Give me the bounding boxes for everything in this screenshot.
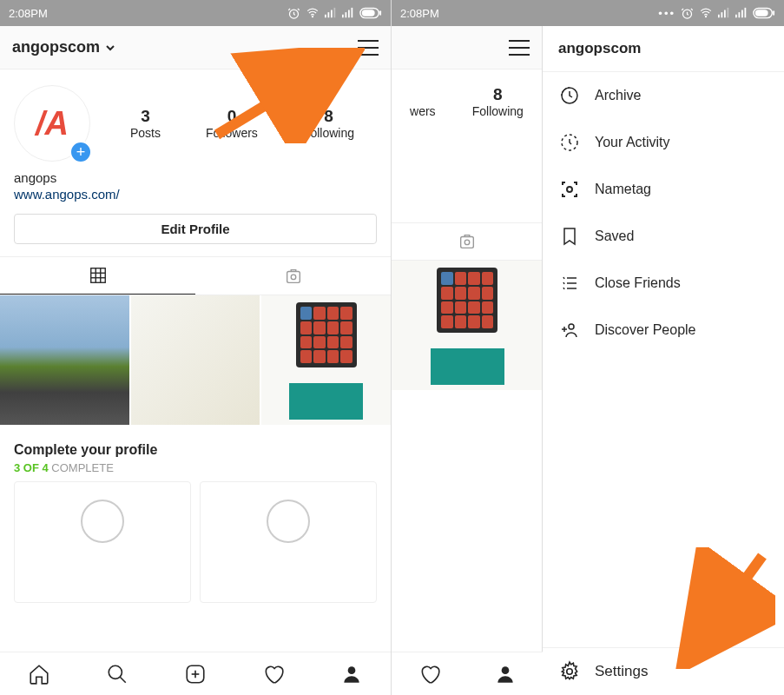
menu-item-close-friends[interactable]: Close Friends (543, 260, 784, 307)
svg-rect-2 (325, 15, 326, 18)
following-stat[interactable]: 8 Following (472, 85, 524, 118)
svg-rect-36 (745, 8, 747, 17)
heart-icon[interactable] (262, 663, 285, 685)
tagged-tab[interactable] (392, 223, 542, 260)
svg-rect-13 (90, 268, 105, 283)
tagged-icon (458, 232, 477, 251)
header-username[interactable]: angopscom (12, 38, 100, 56)
svg-point-41 (464, 240, 470, 245)
svg-rect-40 (460, 237, 473, 248)
menu-username: angopscom (543, 26, 784, 72)
menu-screen: 2:08PM ••• wers 8 Following (392, 0, 784, 695)
profile-icon[interactable] (340, 663, 363, 685)
svg-point-46 (569, 324, 574, 329)
wifi-icon (699, 7, 713, 19)
svg-rect-6 (342, 15, 344, 18)
svg-rect-29 (718, 15, 720, 18)
complete-progress: 3 OF 4 COMPLETE (14, 461, 377, 474)
grid-tab[interactable] (0, 257, 195, 295)
svg-rect-4 (331, 10, 333, 18)
posts-stat[interactable]: 3 Posts (130, 107, 161, 140)
view-tabs (0, 256, 391, 295)
search-icon[interactable] (106, 663, 128, 685)
following-stat[interactable]: 8 Following (303, 107, 354, 140)
grid-icon (89, 266, 108, 285)
chevron-down-icon[interactable] (105, 43, 115, 53)
profile-icon[interactable] (494, 663, 517, 685)
status-bar: 2:08PM (0, 0, 391, 26)
svg-rect-30 (721, 12, 723, 17)
website-link[interactable]: www.angops.com/ (14, 187, 377, 202)
svg-point-45 (567, 187, 572, 192)
svg-rect-3 (328, 12, 330, 17)
home-icon[interactable] (28, 663, 50, 685)
status-icons: ••• (658, 7, 775, 20)
battery-icon (753, 7, 775, 19)
signal2-icon (342, 7, 354, 19)
status-time: 2:08PM (400, 7, 658, 20)
avatar[interactable]: /A + (14, 85, 90, 162)
status-icons (287, 7, 382, 20)
menu-item-saved[interactable]: Saved (543, 213, 784, 260)
battery-icon (359, 7, 382, 19)
svg-rect-33 (735, 15, 737, 18)
menu-item-discover[interactable]: Discover People (543, 307, 784, 354)
post-thumbnail[interactable] (0, 295, 129, 425)
svg-rect-7 (346, 12, 347, 17)
svg-rect-32 (728, 8, 729, 17)
hamburger-menu-button[interactable] (509, 40, 530, 56)
menu-item-archive[interactable]: Archive (543, 72, 784, 119)
complete-cards (0, 481, 391, 603)
post-thumbnail[interactable] (131, 295, 260, 425)
svg-rect-35 (741, 10, 743, 18)
svg-rect-8 (348, 10, 350, 18)
svg-line-21 (120, 677, 126, 683)
svg-point-19 (291, 275, 296, 280)
heart-icon[interactable] (418, 663, 441, 685)
signal-icon (325, 7, 337, 19)
complete-card[interactable] (14, 481, 191, 603)
alarm-icon (681, 7, 694, 20)
followers-stat-partial[interactable]: wers (410, 85, 436, 118)
nametag-icon (558, 178, 581, 201)
post-thumbnail[interactable] (392, 261, 542, 390)
settings-button[interactable]: Settings (543, 647, 784, 695)
status-time: 2:08PM (9, 7, 287, 20)
complete-card[interactable] (200, 481, 377, 603)
svg-point-20 (109, 665, 122, 678)
edit-profile-button[interactable]: Edit Profile (14, 214, 377, 244)
svg-rect-11 (379, 10, 381, 16)
hamburger-menu-button[interactable] (358, 40, 379, 56)
wifi-icon (306, 7, 320, 19)
svg-rect-34 (739, 12, 741, 17)
signal2-icon (735, 7, 748, 19)
profile-slice: wers 8 Following (392, 26, 543, 695)
profile-stats: 3 Posts 0 Followers 8 Following (108, 107, 377, 140)
tagged-icon (284, 267, 303, 286)
svg-point-1 (312, 17, 313, 17)
activity-icon (558, 131, 581, 154)
menu-item-nametag[interactable]: Nametag (543, 166, 784, 213)
gear-icon (558, 660, 581, 683)
followers-stat[interactable]: 0 Followers (206, 107, 258, 140)
svg-rect-12 (362, 10, 375, 16)
complete-title: Complete your profile (14, 442, 377, 458)
post-gallery (0, 295, 391, 425)
profile-screen: 2:08PM angopscom /A + 3 Posts 0 Follower… (0, 0, 392, 695)
profile-header: angopscom (0, 26, 391, 70)
bottom-nav (0, 652, 391, 695)
status-bar: 2:08PM ••• (392, 0, 784, 26)
svg-rect-9 (352, 8, 353, 17)
tagged-tab[interactable] (195, 257, 391, 295)
add-story-icon[interactable]: + (69, 141, 92, 163)
add-post-icon[interactable] (184, 663, 207, 685)
svg-rect-39 (755, 10, 768, 16)
svg-point-47 (567, 669, 573, 675)
signal-icon (718, 7, 730, 19)
svg-rect-18 (287, 271, 300, 282)
menu-item-activity[interactable]: Your Activity (543, 119, 784, 166)
post-thumbnail[interactable] (261, 295, 391, 425)
svg-rect-38 (773, 10, 774, 16)
archive-icon (558, 84, 581, 107)
svg-point-25 (348, 666, 356, 674)
